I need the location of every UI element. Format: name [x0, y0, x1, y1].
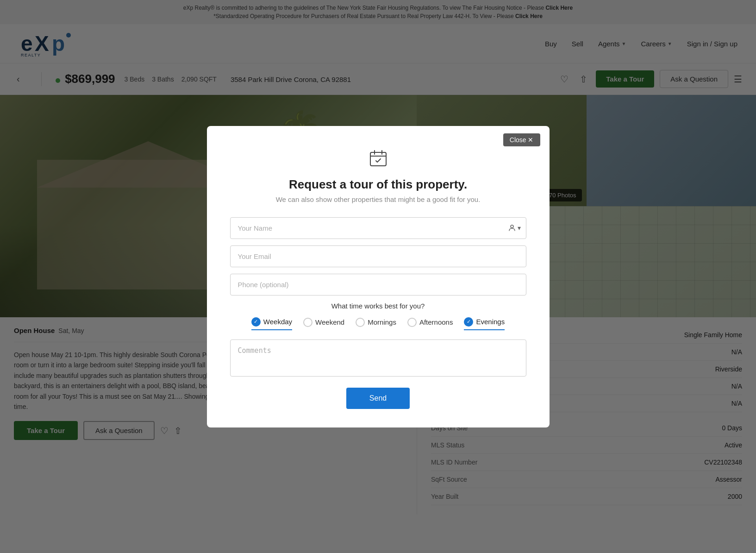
phone-input[interactable] — [230, 274, 526, 295]
weekday-check-icon: ✓ — [251, 317, 261, 327]
afternoons-label: Afternoons — [419, 318, 453, 326]
time-option-weekend[interactable]: Weekend — [303, 317, 344, 330]
svg-rect-5 — [370, 152, 386, 166]
evenings-label: Evenings — [476, 318, 505, 326]
time-option-afternoons[interactable]: Afternoons — [407, 317, 453, 330]
comments-input[interactable] — [230, 339, 526, 377]
mornings-label: Mornings — [368, 318, 396, 326]
afternoons-check-icon — [407, 318, 417, 327]
weekend-label: Weekend — [315, 318, 344, 326]
modal-overlay[interactable]: Close ✕ Request a tour of this property.… — [0, 0, 756, 553]
send-button[interactable]: Send — [346, 388, 410, 409]
name-input[interactable] — [230, 217, 526, 239]
time-option-weekday[interactable]: ✓ Weekday — [251, 317, 292, 330]
modal-subtitle: We can also show other properties that m… — [230, 195, 526, 203]
evenings-check-icon: ✓ — [464, 317, 473, 327]
email-input[interactable] — [230, 245, 526, 267]
name-field-wrapper: ▾ — [230, 217, 526, 239]
mornings-check-icon — [356, 318, 365, 327]
time-option-evenings[interactable]: ✓ Evenings — [464, 317, 505, 330]
tour-request-modal: Close ✕ Request a tour of this property.… — [207, 126, 550, 427]
time-question-label: What time works best for you? — [230, 302, 526, 310]
name-field-icon: ▾ — [508, 224, 521, 232]
dropdown-chevron-icon: ▾ — [518, 224, 521, 232]
weekend-check-icon — [303, 318, 312, 327]
time-options: ✓ Weekday Weekend Mornings Afternoons ✓ … — [230, 317, 526, 330]
svg-point-9 — [511, 225, 513, 228]
calendar-icon — [230, 149, 526, 172]
weekday-label: Weekday — [263, 318, 292, 326]
modal-title: Request a tour of this property. — [230, 177, 526, 192]
modal-close-button[interactable]: Close ✕ — [503, 133, 540, 146]
time-option-mornings[interactable]: Mornings — [356, 317, 396, 330]
